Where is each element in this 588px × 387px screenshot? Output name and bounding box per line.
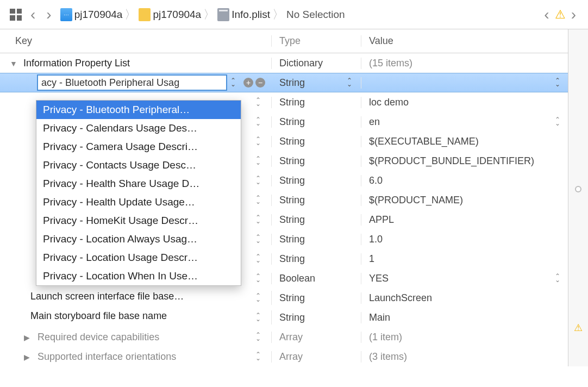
right-nav: ‹ ⚠︎ › (542, 6, 578, 23)
gutter: ⚠︎ (568, 29, 588, 366)
dropdown-item[interactable]: Privacy - Calendars Usage Des… (36, 119, 241, 138)
editing-text: acy - Bluetooth Peripheral Usag (41, 77, 179, 89)
type-stepper[interactable]: ⌃⌄ (347, 79, 352, 86)
issue-marker-icon[interactable] (575, 186, 581, 192)
disclosure-triangle-icon[interactable]: ▶ (24, 333, 33, 342)
key-stepper[interactable]: ⌃⌄ (255, 314, 261, 321)
root-type: Dictionary (272, 58, 361, 69)
breadcrumb-selection[interactable]: No Selection (286, 9, 345, 21)
dropdown-item[interactable]: Privacy - Bluetooth Peripheral… (36, 101, 241, 119)
key-stepper[interactable]: ⌃⌄ (255, 157, 261, 165)
key-stepper[interactable]: ⌃⌄ (255, 294, 261, 302)
dropdown-item[interactable]: Privacy - Contacts Usage Desc… (36, 156, 241, 174)
related-items-icon[interactable] (10, 9, 22, 21)
value-stepper[interactable]: ⌃⌄ (555, 79, 560, 86)
table-row[interactable]: Launch screen interface file base… ⌃⌄ St… (0, 288, 568, 308)
key-stepper[interactable]: ⌃⌄ (255, 353, 261, 360)
add-remove-buttons: + − (243, 78, 265, 88)
issue-prev-button[interactable]: ‹ (542, 6, 551, 23)
dropdown-item[interactable]: Privacy - Location Usage Descr… (36, 248, 241, 267)
header-value[interactable]: Value (361, 35, 568, 47)
project-icon (60, 8, 72, 21)
warning-icon[interactable]: ⚠︎ (574, 322, 583, 334)
key-stepper[interactable]: ⌃⌄ (255, 177, 261, 184)
key-stepper[interactable]: ⌃⌄ (255, 333, 261, 341)
table-row[interactable]: acy - Bluetooth Peripheral Usag ⌃⌄ + − S… (0, 73, 568, 92)
breadcrumb-file[interactable]: Info.plist (232, 9, 270, 21)
breadcrumb-folder[interactable]: pj170904a (153, 9, 201, 21)
dropdown-item[interactable]: Privacy - Camera Usage Descri… (36, 138, 241, 156)
key-stepper[interactable]: ⌃⌄ (255, 235, 261, 243)
breadcrumb: pj170904a 〉 pj170904a 〉 Info.plist 〉 No … (60, 7, 536, 23)
table-row[interactable]: Main storyboard file base name ⌃⌄ String… (0, 308, 568, 327)
table-row[interactable]: ▶ Required device capabilities ⌃⌄ Array … (0, 327, 568, 347)
root-key: Information Property List (23, 58, 130, 68)
key-stepper[interactable]: ⌃⌄ (255, 216, 261, 223)
folder-icon (139, 8, 151, 21)
key-editing-field[interactable]: acy - Bluetooth Peripheral Usag (37, 74, 227, 91)
toolbar: ‹ › pj170904a 〉 pj170904a 〉 Info.plist 〉… (0, 0, 588, 29)
nav-forward-button[interactable]: › (44, 6, 53, 23)
dropdown-item[interactable]: Privacy - Health Update Usage… (36, 193, 241, 211)
breadcrumb-sep: 〉 (203, 7, 215, 23)
warning-icon[interactable]: ⚠︎ (555, 8, 566, 22)
value-stepper[interactable]: ⌃⌄ (555, 118, 560, 126)
header-type[interactable]: Type (272, 35, 361, 47)
key-stepper[interactable]: ⌃⌄ (255, 255, 261, 263)
key-stepper[interactable]: ⌃⌄ (255, 196, 261, 204)
disclosure-triangle-icon[interactable]: ▶ (24, 353, 33, 361)
key-stepper[interactable]: ⌃⌄ (230, 79, 236, 86)
table-header: Key Type Value (0, 29, 568, 53)
key-stepper[interactable]: ⌃⌄ (255, 274, 261, 282)
header-key[interactable]: Key (0, 35, 272, 47)
table-row-root[interactable]: ▼ Information Property List Dictionary (… (0, 53, 568, 73)
disclosure-triangle-icon[interactable]: ▼ (10, 59, 18, 68)
dropdown-item[interactable]: Privacy - Location When In Use… (36, 267, 241, 285)
value-stepper[interactable]: ⌃⌄ (555, 274, 560, 282)
breadcrumb-sep: 〉 (272, 7, 284, 23)
plist-icon (217, 8, 229, 21)
dropdown-item[interactable]: Privacy - HomeKit Usage Descr… (36, 211, 241, 230)
add-button[interactable]: + (243, 78, 253, 88)
key-autocomplete-menu: Privacy - Bluetooth Peripheral… Privacy … (36, 100, 241, 286)
key-stepper[interactable]: ⌃⌄ (255, 98, 261, 106)
nav-back-button[interactable]: ‹ (28, 6, 37, 23)
breadcrumb-sep: 〉 (124, 7, 136, 23)
issue-next-button[interactable]: › (569, 6, 578, 23)
breadcrumb-project[interactable]: pj170904a (74, 9, 123, 21)
key-stepper[interactable]: ⌃⌄ (255, 118, 261, 126)
dropdown-item[interactable]: Privacy - Location Always Usag… (36, 230, 241, 248)
table-row[interactable]: ▶ Supported interface orientations ⌃⌄ Ar… (0, 347, 568, 366)
remove-button[interactable]: − (255, 78, 265, 88)
dropdown-item[interactable]: Privacy - Health Share Usage D… (36, 174, 241, 193)
key-stepper[interactable]: ⌃⌄ (255, 138, 261, 145)
root-value: (15 items) (361, 58, 568, 69)
